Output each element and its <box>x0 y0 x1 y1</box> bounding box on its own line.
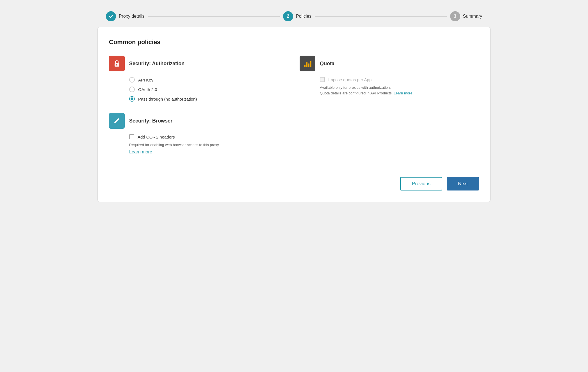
svg-rect-5 <box>308 63 309 67</box>
step-circle-proxy-details <box>106 11 116 21</box>
step-proxy-details: Proxy details <box>106 11 145 21</box>
quota-checkbox-label: Impose quotas per App <box>328 77 372 82</box>
security-authorization-section: Security: Authorization API Key OAuth 2.… <box>109 56 288 102</box>
quota-helper-line1: Available only for proxies with authoriz… <box>320 85 391 90</box>
cors-helper-text: Required for enabling web browser access… <box>129 142 479 148</box>
step-label-policies: Policies <box>296 14 311 19</box>
quota-learn-more-link[interactable]: Learn more <box>394 91 412 95</box>
step-summary: 3 Summary <box>450 11 482 21</box>
previous-button[interactable]: Previous <box>400 177 442 190</box>
cors-checkbox-option: Add CORS headers <box>129 134 479 139</box>
security-browser-title: Security: Browser <box>129 118 172 124</box>
policies-grid: Security: Authorization API Key OAuth 2.… <box>109 56 479 102</box>
svg-rect-3 <box>304 65 306 67</box>
step-circle-policies: 2 <box>283 11 293 21</box>
radio-pass-through[interactable]: Pass through (no authorization) <box>129 96 288 102</box>
auth-radio-group: API Key OAuth 2.0 Pass through (no autho… <box>129 77 288 102</box>
quota-icon <box>300 56 315 71</box>
cors-checkbox-input[interactable] <box>129 134 134 139</box>
quota-title: Quota <box>320 61 334 67</box>
radio-api-key-label: API Key <box>138 78 153 82</box>
card-title: Common policies <box>109 38 479 46</box>
quota-helper-text: Available only for proxies with authoriz… <box>320 85 479 96</box>
svg-rect-6 <box>310 61 311 67</box>
quota-section: Quota Impose quotas per App Available on… <box>300 56 479 102</box>
security-auth-header: Security: Authorization <box>109 56 288 71</box>
security-auth-title: Security: Authorization <box>129 61 184 67</box>
quota-helper-line2: Quota details are configured in API Prod… <box>320 91 394 95</box>
cors-learn-more-link[interactable]: Learn more <box>129 149 152 154</box>
radio-oauth[interactable]: OAuth 2.0 <box>129 87 288 92</box>
cors-helper-line: Required for enabling web browser access… <box>129 143 220 147</box>
radio-oauth-input[interactable] <box>129 87 135 92</box>
radio-pass-through-label: Pass through (no authorization) <box>138 97 197 101</box>
page-wrapper: Proxy details 2 Policies 3 Summary Commo… <box>97 6 491 202</box>
radio-api-key[interactable]: API Key <box>129 77 288 83</box>
cors-checkbox-group: Add CORS headers Required for enabling w… <box>129 134 479 155</box>
step-circle-summary: 3 <box>450 11 460 21</box>
step-connector-1 <box>148 16 280 17</box>
bottom-actions: Previous Next <box>109 171 479 190</box>
step-label-proxy-details: Proxy details <box>119 14 145 19</box>
next-button[interactable]: Next <box>447 177 479 190</box>
step-policies: 2 Policies <box>283 11 311 21</box>
quota-checkbox-option: Impose quotas per App <box>320 77 479 82</box>
security-browser-header: Security: Browser <box>109 113 479 129</box>
step-connector-2 <box>315 16 446 17</box>
radio-api-key-input[interactable] <box>129 77 135 83</box>
security-auth-icon <box>109 56 125 71</box>
stepper: Proxy details 2 Policies 3 Summary <box>97 6 491 27</box>
main-card: Common policies Security: Authorization <box>97 27 491 202</box>
cors-checkbox-label: Add CORS headers <box>138 135 175 139</box>
security-browser-section: Security: Browser Add CORS headers Requi… <box>109 113 479 155</box>
radio-oauth-label: OAuth 2.0 <box>138 87 157 92</box>
step-label-summary: Summary <box>463 14 482 19</box>
quota-checkbox-group: Impose quotas per App Available only for… <box>320 77 479 96</box>
svg-rect-4 <box>306 62 307 67</box>
security-browser-icon <box>109 113 125 129</box>
quota-header: Quota <box>300 56 479 71</box>
quota-checkbox-input[interactable] <box>320 77 325 82</box>
radio-pass-through-input[interactable] <box>129 96 135 102</box>
